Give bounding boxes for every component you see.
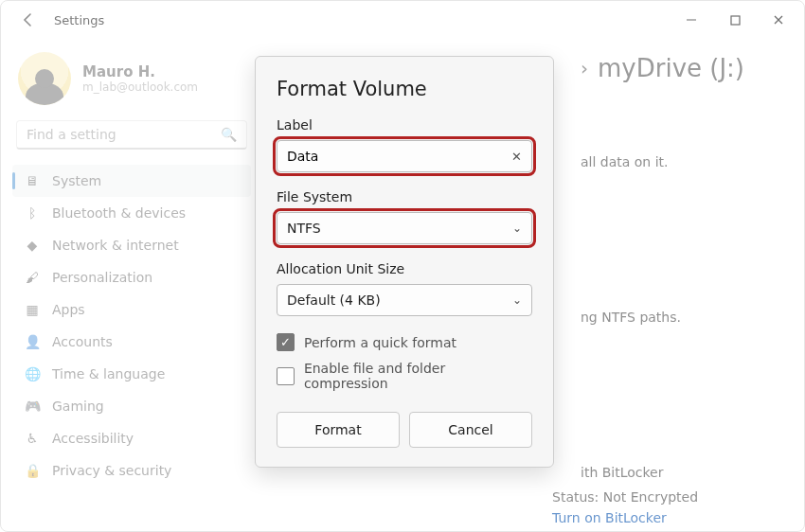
- sidebar-item-label: Accounts: [52, 334, 113, 349]
- back-button[interactable]: [14, 6, 43, 34]
- sidebar-item-privacy[interactable]: 🔒Privacy & security: [12, 454, 251, 487]
- sidebar-item-label: System: [52, 173, 101, 188]
- bitlocker-link[interactable]: Turn on BitLocker: [552, 510, 698, 525]
- breadcrumb-current[interactable]: myDrive (J:): [598, 54, 744, 82]
- privacy-icon: 🔒: [24, 463, 41, 478]
- clear-icon[interactable]: ✕: [511, 150, 522, 164]
- sidebar-item-label: Time & language: [52, 366, 165, 381]
- cancel-button[interactable]: Cancel: [409, 412, 532, 448]
- sidebar-item-network[interactable]: ◆Network & internet: [12, 229, 251, 261]
- label-input-field[interactable]: [287, 149, 511, 164]
- sidebar-item-accounts[interactable]: 👤Accounts: [12, 326, 251, 358]
- bitlocker-status: Status: Not Encrypted: [552, 489, 698, 505]
- apps-icon: ▦: [24, 302, 41, 317]
- format-volume-dialog: Format Volume Label ✕ File System NTFS ⌄…: [255, 56, 554, 468]
- label-field-label: Label: [277, 117, 532, 133]
- compression-label: Enable file and folder compression: [304, 361, 532, 391]
- accounts-icon: 👤: [24, 334, 41, 349]
- sidebar-item-bluetooth[interactable]: ᛒBluetooth & devices: [12, 197, 251, 229]
- sidebar-item-gaming[interactable]: 🎮Gaming: [12, 390, 251, 422]
- allocation-select[interactable]: Default (4 KB) ⌄: [277, 284, 532, 316]
- filesystem-field-label: File System: [277, 189, 532, 204]
- sidebar-item-personalization[interactable]: 🖌Personalization: [12, 261, 251, 293]
- gaming-icon: 🎮: [24, 399, 41, 414]
- sidebar-item-label: Gaming: [52, 399, 104, 414]
- allocation-field-label: Allocation Unit Size: [277, 261, 532, 276]
- format-button[interactable]: Format: [277, 412, 400, 448]
- personalization-icon: 🖌: [24, 270, 41, 285]
- sidebar-item-system[interactable]: 🖥System: [12, 165, 251, 197]
- accessibility-icon: ♿: [24, 431, 41, 446]
- search-input[interactable]: 🔍: [16, 120, 247, 150]
- app-title: Settings: [54, 13, 104, 27]
- filesystem-value: NTFS: [287, 221, 512, 236]
- window-controls: [670, 6, 800, 34]
- minimize-button[interactable]: [670, 6, 713, 34]
- avatar: [18, 52, 71, 105]
- sidebar-item-label: Accessibility: [52, 431, 134, 446]
- bluetooth-icon: ᛒ: [24, 205, 41, 221]
- search-field[interactable]: [27, 127, 221, 142]
- quick-format-row[interactable]: ✓ Perform a quick format: [277, 333, 532, 351]
- label-input[interactable]: ✕: [277, 140, 532, 172]
- sidebar: Mauro H. m_lab@outlook.com 🔍 🖥SystemᛒBlu…: [1, 39, 259, 531]
- bitlocker-block: Status: Not Encrypted Turn on BitLocker: [552, 484, 698, 531]
- dialog-title: Format Volume: [277, 78, 532, 100]
- sidebar-item-time[interactable]: 🌐Time & language: [12, 358, 251, 390]
- profile-name: Mauro H.: [82, 63, 198, 80]
- chevron-down-icon: ⌄: [512, 222, 522, 235]
- sidebar-item-accessibility[interactable]: ♿Accessibility: [12, 422, 251, 454]
- sidebar-item-label: Privacy & security: [52, 463, 171, 478]
- chevron-down-icon: ⌄: [512, 293, 522, 307]
- quick-format-checkbox[interactable]: ✓: [277, 333, 295, 351]
- sidebar-item-apps[interactable]: ▦Apps: [12, 293, 251, 326]
- allocation-value: Default (4 KB): [287, 293, 512, 308]
- sidebar-item-label: Apps: [52, 302, 85, 317]
- title-bar: Settings: [1, 1, 804, 39]
- compression-row[interactable]: Enable file and folder compression: [277, 361, 532, 391]
- close-button[interactable]: [757, 6, 800, 34]
- sidebar-item-label: Personalization: [52, 270, 152, 285]
- search-icon: 🔍: [221, 127, 237, 142]
- profile-email: m_lab@outlook.com: [82, 80, 198, 94]
- time-language-icon: 🌐: [24, 366, 41, 381]
- quick-format-label: Perform a quick format: [304, 335, 456, 350]
- network-icon: ◆: [24, 238, 41, 253]
- chevron-right-icon: ›: [581, 57, 588, 80]
- compression-checkbox[interactable]: [277, 367, 295, 385]
- filesystem-select[interactable]: NTFS ⌄: [277, 212, 532, 244]
- maximize-button[interactable]: [713, 6, 757, 34]
- sidebar-item-label: Bluetooth & devices: [52, 205, 186, 221]
- sidebar-item-label: Network & internet: [52, 238, 179, 253]
- system-icon: 🖥: [24, 173, 41, 188]
- svg-rect-1: [731, 16, 740, 25]
- profile-block[interactable]: Mauro H. m_lab@outlook.com: [12, 44, 251, 118]
